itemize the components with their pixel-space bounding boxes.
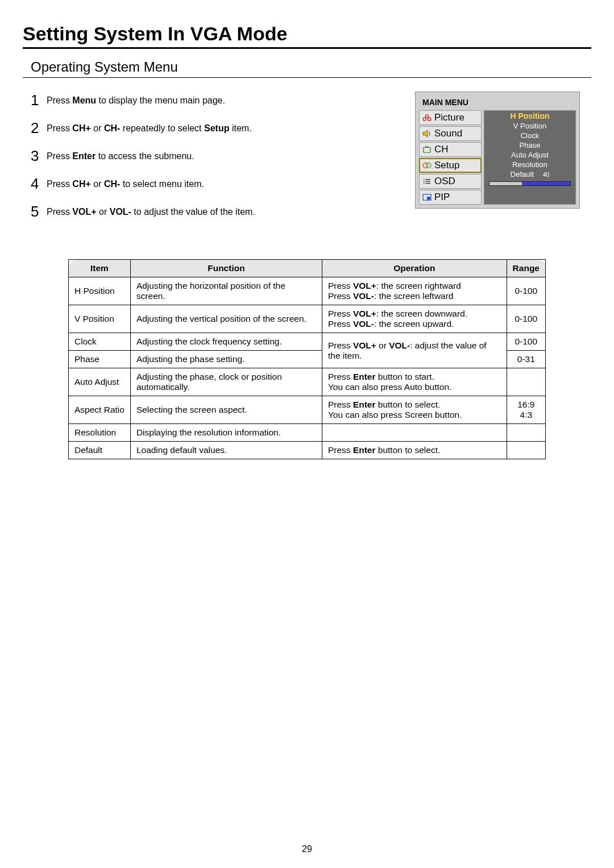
table-row: Default Loading default values. Press En… [69, 442, 546, 459]
cell-function: Loading default values. [130, 442, 322, 459]
step-number: 4 [31, 175, 47, 193]
svg-point-1 [423, 118, 426, 121]
cell-item: Auto Adjust [69, 368, 131, 396]
th-range: Range [507, 260, 545, 277]
osd-item-label: Setup [434, 160, 459, 171]
osd-item-label: Picture [434, 112, 464, 123]
cell-item: Aspect Ratio [69, 396, 131, 424]
cell-range: 0-100 [507, 333, 545, 351]
osd-main-menu: MAIN MENU Picture Sound [415, 92, 580, 209]
step-number: 5 [31, 203, 47, 221]
cell-function: Displaying the resolution information. [130, 424, 322, 442]
osd-subitem-resolution[interactable]: Resolution [484, 160, 575, 169]
svg-point-2 [428, 118, 431, 121]
step-number: 2 [31, 119, 47, 137]
step-1: 1 Press Menu to display the menu main pa… [31, 92, 401, 109]
page-title: Setting System In VGA Mode [23, 23, 591, 49]
cell-item: V Position [69, 305, 131, 333]
cell-range: 0-100 [507, 277, 545, 305]
step-number: 1 [31, 92, 47, 109]
cell-function: Selecting the screen aspect. [130, 396, 322, 424]
cell-range: 0-100 [507, 305, 545, 333]
cell-item: Default [69, 442, 131, 459]
osd-item-osd[interactable]: OSD [419, 174, 482, 189]
cell-item: Resolution [69, 424, 131, 442]
svg-point-5 [426, 163, 431, 168]
cell-operation: Press Enter button to select. [322, 442, 507, 459]
pip-icon [422, 193, 432, 201]
cell-range [507, 368, 545, 396]
step-text: Press CH+ or CH- to select menu item. [47, 179, 204, 189]
table-row: V Position Adjusting the vertical positi… [69, 305, 546, 333]
osd-item-setup[interactable]: Setup [419, 158, 482, 173]
svg-rect-3 [424, 148, 430, 153]
osd-left-column: Picture Sound CH [419, 110, 482, 205]
osd-subitem-vposition[interactable]: V Position [484, 121, 575, 131]
osd-item-label: Sound [434, 128, 462, 139]
table-row: Resolution Displaying the resolution inf… [69, 424, 546, 442]
step-5: 5 Press VOL+ or VOL- to adjust the value… [31, 203, 401, 221]
step-text: Press CH+ or CH- repeatedly to select Se… [47, 123, 252, 134]
osd-item-picture[interactable]: Picture [419, 110, 482, 125]
osd-right-panel: H Position V Position Clock Phase Auto A… [484, 110, 576, 205]
step-text: Press Menu to display the menu main page… [47, 95, 225, 106]
step-number: 3 [31, 147, 47, 165]
osd-value-bar[interactable] [484, 179, 575, 189]
section-heading: Operating System Menu [31, 59, 591, 75]
cell-function: Adjusting the phase, clock or position a… [130, 368, 322, 396]
cell-operation: Press VOL+: the screen downward. Press V… [322, 305, 507, 333]
osd-default-value: 40 [543, 172, 549, 178]
list-icon [422, 177, 432, 185]
table-row: H Position Adjusting the horizontal posi… [69, 277, 546, 305]
cell-item: Clock [69, 333, 131, 351]
svg-rect-13 [427, 197, 430, 200]
cell-operation: Press VOL+: the screen rightward Press V… [322, 277, 507, 305]
osd-item-pip[interactable]: PIP [419, 190, 482, 205]
osd-subitem-autoadjust[interactable]: Auto Adjust [484, 150, 575, 160]
step-2: 2 Press CH+ or CH- repeatedly to select … [31, 119, 401, 137]
tv-icon [422, 146, 432, 153]
cell-operation: Press Enter button to start. You can als… [322, 368, 507, 396]
section-rule [23, 77, 591, 78]
osd-subitem-phase[interactable]: Phase [484, 140, 575, 150]
setup-icon [422, 161, 432, 169]
osd-item-label: OSD [434, 176, 455, 187]
cell-operation [322, 424, 507, 442]
step-text: Press VOL+ or VOL- to adjust the value o… [47, 207, 255, 217]
picture-icon [422, 114, 432, 122]
cell-item: Phase [69, 351, 131, 368]
osd-subitem-hposition[interactable]: H Position [484, 111, 575, 121]
th-function: Function [130, 260, 322, 277]
osd-item-label: PIP [434, 192, 450, 203]
cell-range: 0-31 [507, 351, 545, 368]
osd-item-sound[interactable]: Sound [419, 126, 482, 141]
table-row: Aspect Ratio Selecting the screen aspect… [69, 396, 546, 424]
step-4: 4 Press CH+ or CH- to select menu item. [31, 175, 401, 193]
cell-range [507, 424, 545, 442]
cell-function: Adjusting the phase setting. [130, 351, 322, 368]
cell-range: 16:9 4:3 [507, 396, 545, 424]
osd-item-ch[interactable]: CH [419, 142, 482, 157]
osd-item-label: CH [434, 144, 449, 155]
steps-list: 1 Press Menu to display the menu main pa… [31, 88, 401, 231]
cell-range [507, 442, 545, 459]
step-text: Press Enter to access the submenu. [47, 151, 194, 161]
osd-subitem-clock[interactable]: Clock [484, 131, 575, 140]
cell-operation: Press Enter button to select. You can al… [322, 396, 507, 424]
table-row: Auto Adjust Adjusting the phase, clock o… [69, 368, 546, 396]
settings-table: Item Function Operation Range H Position… [68, 259, 546, 459]
table-row: Clock Adjusting the clock frequency sett… [69, 333, 546, 351]
cell-function: Adjusting the horizontal position of the… [130, 277, 322, 305]
cell-operation-shared: Press VOL+ or VOL-: adjust the value of … [322, 333, 507, 368]
step-3: 3 Press Enter to access the submenu. [31, 147, 401, 165]
sound-icon [422, 130, 432, 138]
osd-subitem-default[interactable]: Default 40 [484, 169, 575, 179]
osd-default-label: Default [511, 170, 534, 178]
cell-item: H Position [69, 277, 131, 305]
cell-function: Adjusting the clock frequency setting. [130, 333, 322, 351]
osd-title: MAIN MENU [419, 95, 576, 110]
th-item: Item [69, 260, 131, 277]
page-number: 29 [0, 844, 614, 854]
th-operation: Operation [322, 260, 507, 277]
cell-function: Adjusting the vertical position of the s… [130, 305, 322, 333]
